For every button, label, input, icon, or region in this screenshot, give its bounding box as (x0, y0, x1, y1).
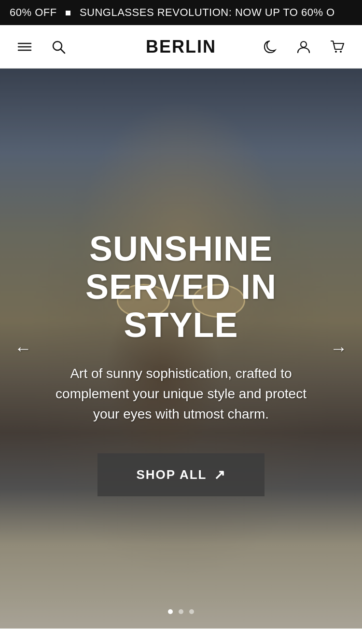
search-icon (50, 39, 67, 55)
shop-all-button[interactable]: SHOP ALL ↗ (97, 453, 264, 496)
svg-point-5 (301, 42, 306, 47)
announcement-dot (66, 11, 70, 15)
brand-name[interactable]: BERLIN (146, 37, 216, 56)
prev-arrow-icon: ← (14, 338, 32, 358)
next-arrow-icon: → (330, 338, 348, 358)
cart-button[interactable] (327, 37, 348, 57)
hero-prev-button[interactable]: ← (10, 334, 37, 364)
svg-point-6 (335, 51, 337, 53)
brand-logo-area: BERLIN (146, 37, 216, 57)
hero-next-button[interactable]: → (325, 334, 352, 364)
svg-line-4 (61, 49, 65, 53)
hero-content: SUNSHINE SERVED IN STYLE Art of sunny so… (0, 69, 362, 629)
svg-point-7 (340, 51, 342, 53)
menu-button[interactable] (14, 37, 35, 57)
header-left (14, 37, 69, 57)
hero-title: SUNSHINE SERVED IN STYLE (29, 230, 333, 345)
account-icon (295, 39, 312, 55)
announcement-bar: 60% OFF SUNGLASSES REVOLUTION: NOW UP TO… (0, 0, 362, 25)
search-button[interactable] (48, 37, 69, 57)
hero-dots (168, 609, 194, 614)
cart-icon (329, 39, 346, 55)
dark-mode-button[interactable] (260, 37, 280, 57)
announcement-text: 60% OFF SUNGLASSES REVOLUTION: NOW UP TO… (0, 6, 345, 19)
moon-icon (262, 39, 278, 55)
account-button[interactable] (293, 37, 314, 57)
hamburger-icon (16, 39, 33, 55)
hero-dot-2[interactable] (179, 609, 183, 614)
site-header: BERLIN (0, 25, 362, 69)
shop-all-label: SHOP ALL (136, 467, 207, 482)
shop-all-arrow-icon: ↗ (214, 467, 226, 483)
header-right (260, 37, 348, 57)
hero-subtitle: Art of sunny sophistication, crafted to … (56, 364, 306, 424)
hero-section: SUNSHINE SERVED IN STYLE Art of sunny so… (0, 69, 362, 629)
hero-dot-3[interactable] (189, 609, 194, 614)
hero-dot-1[interactable] (168, 609, 173, 614)
